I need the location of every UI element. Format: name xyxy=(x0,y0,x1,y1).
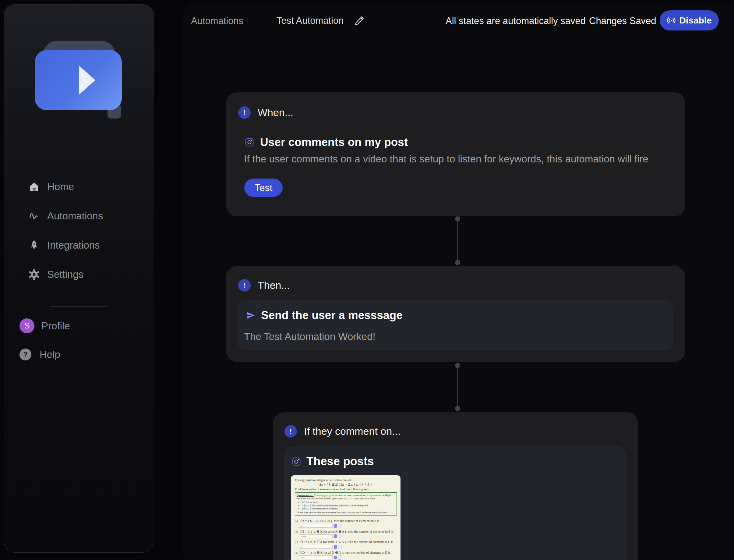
trigger-title: User comments on my post xyxy=(260,136,408,149)
doc-syntax-box: Syntax advice: You may give your answers… xyxy=(295,492,397,516)
doc-syntax-heading: Syntax advice: xyxy=(297,494,314,497)
posts-title: These posts xyxy=(307,455,374,468)
connector-line xyxy=(457,219,458,263)
send-icon xyxy=(246,310,255,320)
sidebar-item-label: Profile xyxy=(41,320,70,332)
doc-syntax-bullets: n! for factorials, c(n,r) for combinatio… xyxy=(302,501,394,510)
doc-question-b: (b)If B = { x | x ∈ X for some X ∈ A }, … xyxy=(295,530,397,539)
when-card-title: When... xyxy=(258,107,293,119)
question-icon: ? xyxy=(20,349,31,360)
doc-file-icon xyxy=(334,545,337,549)
posts-row: These posts xyxy=(292,455,374,468)
save-status: Changes Saved xyxy=(589,16,656,27)
doc-syntax-bullet: p(n,r) for permutation numbers. xyxy=(302,507,394,510)
doc-syntax-footer: Make sure you include any necessary brac… xyxy=(297,511,387,514)
then-card[interactable]: ! Then... Send the user a messsage The T… xyxy=(226,266,685,362)
home-icon xyxy=(28,181,41,193)
logo-play-card xyxy=(35,50,122,110)
exclamation-badge-icon: ! xyxy=(238,106,251,119)
doc-page-icon xyxy=(338,555,342,560)
avatar: S xyxy=(20,318,34,333)
then-card-header: ! Then... xyxy=(238,279,290,292)
exclamation-badge-icon: ! xyxy=(285,425,297,438)
disable-button[interactable]: Disable xyxy=(660,10,719,30)
sidebar-item-automations[interactable]: Automations xyxy=(28,209,103,223)
connector-line xyxy=(457,365,458,408)
trigger-description: If the user comments on a video that is … xyxy=(244,153,648,165)
when-card-header: ! When... xyxy=(238,106,293,119)
doc-answer-field: 9 xyxy=(299,524,333,528)
connector-dot xyxy=(455,216,460,222)
doc-syntax-bullet: c(n,r) for combination numbers (binomial… xyxy=(302,504,394,507)
play-icon xyxy=(79,66,95,95)
sidebar-item-home[interactable]: Home xyxy=(28,179,74,194)
if-card-header: ! If they comment on... xyxy=(285,425,400,438)
automation-builder-app: Home Automations Integrations xyxy=(0,0,734,560)
disable-button-label: Disable xyxy=(679,15,712,26)
doc-formula: Sₙ = { k ∈ ℤ | 5n + 2 ≤ k ≤ 4n² + 5 }. xyxy=(295,482,397,487)
action-box[interactable]: Send the user a messsage The Test Automa… xyxy=(238,300,673,350)
doc-page-icon xyxy=(338,545,342,549)
gear-icon xyxy=(28,268,41,281)
connector-dot xyxy=(455,260,460,265)
edit-title-button[interactable] xyxy=(355,15,366,26)
doc-answer-field: 480 xyxy=(299,555,333,559)
breadcrumb-automations[interactable]: Automations xyxy=(191,16,243,27)
sidebar-item-label: Automations xyxy=(47,210,103,222)
doc-page-icon xyxy=(338,534,342,538)
doc-file-icon xyxy=(334,534,337,538)
sidebar-item-label: Integrations xyxy=(47,239,100,251)
action-row: Send the user a messsage xyxy=(246,309,402,322)
autosave-note: All states are automatically saved xyxy=(445,16,586,27)
rocket-icon xyxy=(28,239,41,251)
doc-question-c: (c)If C = { x | x ∈ X for some X ⊆ A }, … xyxy=(295,540,397,549)
page-title: Test Automation xyxy=(277,15,344,26)
sidebar-item-label: Help xyxy=(40,349,60,360)
doc-find-line: Find the number of elements in each of t… xyxy=(295,487,397,491)
then-card-title: Then... xyxy=(258,279,290,291)
if-card[interactable]: ! If they comment on... These posts For … xyxy=(273,412,638,560)
doc-question-d: (d)If D = { x | x ∈ X for all X ∈ A }, t… xyxy=(295,551,397,560)
connector-dot xyxy=(455,363,460,368)
selected-post-thumbnail[interactable]: For any positive integer n, we define th… xyxy=(291,475,400,560)
sidebar-item-integrations[interactable]: Integrations xyxy=(28,238,100,253)
doc-answer-field: 9 xyxy=(299,545,333,549)
connector-dot xyxy=(455,406,460,411)
broadcast-icon xyxy=(667,16,676,25)
action-message: The Test Automation Worked! xyxy=(244,331,375,342)
sidebar-item-label: Home xyxy=(47,181,74,193)
sidebar-item-label: Settings xyxy=(47,269,83,280)
if-card-title: If they comment on... xyxy=(304,425,400,437)
doc-page-icon xyxy=(338,524,342,528)
exclamation-badge-icon: ! xyxy=(238,279,251,292)
sidebar-divider xyxy=(50,306,107,307)
doc-question-a: (a)If A = { Sₙ | 12 ≤ n ≤ 20 }, then the… xyxy=(295,519,397,528)
sidebar-item-profile[interactable]: S Profile xyxy=(20,318,70,333)
activity-icon xyxy=(28,210,41,222)
posts-box[interactable]: These posts For any positive integer n, … xyxy=(284,446,626,560)
instagram-icon xyxy=(245,138,254,147)
doc-syntax-bullet: n! for factorials, xyxy=(302,501,394,504)
sidebar-item-settings[interactable]: Settings xyxy=(28,267,83,282)
sidebar-item-help[interactable]: ? Help xyxy=(20,349,60,360)
sidebar: Home Automations Integrations xyxy=(4,4,154,553)
instagram-icon xyxy=(292,457,301,466)
action-title: Send the user a messsage xyxy=(261,309,402,322)
doc-intro: For any positive integer n, we define th… xyxy=(295,478,397,482)
doc-answer-field: 1544 xyxy=(299,534,333,538)
doc-file-icon xyxy=(334,556,337,559)
when-card[interactable]: ! When... User comments on my post If th… xyxy=(226,92,685,216)
doc-file-icon xyxy=(334,524,337,528)
test-button[interactable]: Test xyxy=(244,179,283,197)
trigger-row[interactable]: User comments on my post xyxy=(245,136,408,149)
